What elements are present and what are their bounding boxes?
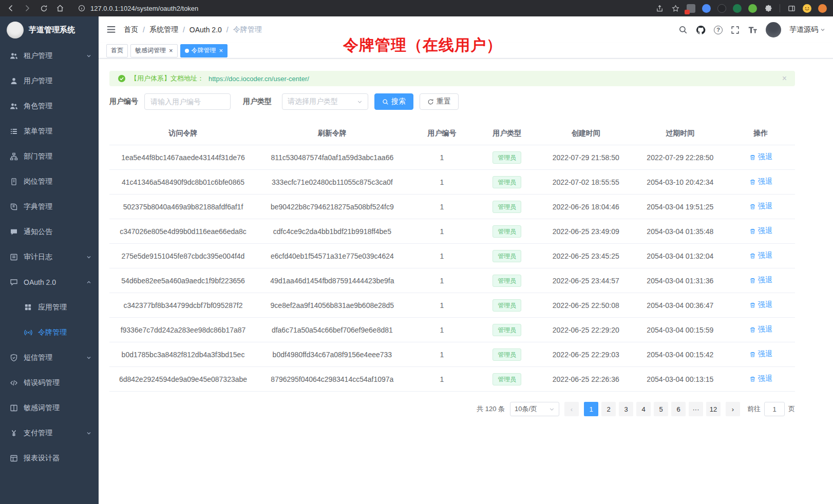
- page-button-3[interactable]: 3: [619, 402, 633, 416]
- next-page-button[interactable]: ›: [726, 402, 740, 416]
- token-table: 访问令牌刷新令牌用户编号用户类型创建时间过期时间操作 1ea5e44f8bc14…: [109, 122, 795, 392]
- close-icon[interactable]: ×: [219, 47, 223, 54]
- collapse-menu-icon[interactable]: [106, 25, 117, 35]
- goto-page-input[interactable]: [764, 402, 785, 416]
- table-row: c347026e805e4d99b0d116eae66eda8ccdfc4ce9…: [109, 219, 795, 244]
- sidebar-item-tenant[interactable]: 租户管理: [0, 43, 99, 68]
- tab-token[interactable]: 令牌管理×: [180, 44, 228, 57]
- page-size-select[interactable]: 10条/页: [510, 402, 559, 416]
- force-logout-button[interactable]: 强退: [749, 276, 772, 285]
- sidebar-item-post[interactable]: 岗位管理: [0, 169, 99, 194]
- page-button-6[interactable]: 6: [671, 402, 686, 416]
- pagination: 共 120 条 10条/页 ‹ 123456···12 › 前往 页: [109, 402, 795, 416]
- browser-menu-icon[interactable]: [818, 4, 827, 13]
- browser-back-icon[interactable]: [6, 4, 15, 13]
- bubble-icon: [10, 228, 18, 236]
- profile-avatar-icon[interactable]: [803, 4, 811, 13]
- breadcrumb-item: 令牌管理: [233, 25, 262, 34]
- pagination-more-button[interactable]: ···: [689, 402, 703, 416]
- sidebar-item-sms[interactable]: 短信管理: [0, 345, 99, 370]
- sidebar-item-oauth2-token[interactable]: 令牌管理: [0, 320, 99, 345]
- force-logout-button[interactable]: 强退: [749, 177, 772, 186]
- sidebar-item-oauth2-app[interactable]: 应用管理: [0, 295, 99, 320]
- page-content: 【用户体系】文档地址： https://doc.iocoder.cn/user-…: [99, 59, 833, 416]
- close-icon[interactable]: ×: [169, 47, 173, 54]
- sidebar-item-role[interactable]: 角色管理: [0, 93, 99, 119]
- cell-create-time: 2022-06-25 23:49:09: [538, 219, 634, 244]
- goto-unit: 页: [788, 404, 795, 414]
- user-menu[interactable]: 芋道源码: [789, 25, 825, 34]
- sidebar-item-menu[interactable]: 菜单管理: [0, 119, 99, 144]
- cell-refresh-token: 333ecfc71e02480cb11055c875c3ca0f: [257, 170, 408, 195]
- sidebar-item-pay[interactable]: 支付管理: [0, 420, 99, 445]
- page-button-2[interactable]: 2: [601, 402, 616, 416]
- force-logout-button[interactable]: 强退: [749, 202, 772, 211]
- sidebar-item-sensitive-word[interactable]: 敏感词管理: [0, 395, 99, 420]
- sidebar-item-dept[interactable]: 部门管理: [0, 144, 99, 169]
- search-icon[interactable]: [678, 25, 688, 34]
- user-id-input[interactable]: [144, 93, 231, 110]
- force-logout-button[interactable]: 强退: [749, 350, 772, 359]
- browser-forward-icon[interactable]: [23, 4, 32, 13]
- sidebar-item-report-designer[interactable]: 报表设计器: [0, 445, 99, 471]
- force-logout-button[interactable]: 强退: [749, 226, 772, 236]
- code-icon: [10, 379, 18, 387]
- sidebar-item-dict[interactable]: 字典管理: [0, 194, 99, 219]
- extension-icon[interactable]: [733, 4, 742, 13]
- address-bar[interactable]: 127.0.0.1:1024/system/oauth2/token: [77, 4, 198, 13]
- user-type-tag: 管理员: [493, 299, 521, 312]
- cell-refresh-token: e6cfd40eb1f54571a31e775e039c4624: [257, 244, 408, 268]
- force-logout-button[interactable]: 强退: [749, 374, 772, 383]
- cell-refresh-token: 8796295f04064c2983414cc54af1097a: [257, 367, 408, 392]
- chevron-down-icon: [549, 406, 555, 412]
- font-size-icon[interactable]: [748, 25, 758, 35]
- sidebar-item-audit-log[interactable]: 审计日志: [0, 244, 99, 269]
- page-button-1[interactable]: 1: [584, 402, 598, 416]
- search-button[interactable]: 搜索: [374, 93, 413, 110]
- github-icon[interactable]: [696, 25, 706, 35]
- alert-close-icon[interactable]: ×: [782, 74, 787, 83]
- tab-home[interactable]: 首页: [106, 44, 128, 57]
- help-icon[interactable]: ?: [714, 26, 723, 34]
- force-logout-button[interactable]: 强退: [749, 300, 772, 309]
- user-type-select[interactable]: 请选择用户类型: [282, 93, 368, 110]
- extension-icon[interactable]: [717, 4, 726, 13]
- user-avatar[interactable]: [766, 22, 781, 37]
- sidebar-item-error-code[interactable]: 错误码管理: [0, 370, 99, 395]
- logo-avatar: [7, 22, 24, 38]
- breadcrumb-item[interactable]: 首页: [124, 25, 138, 34]
- breadcrumb-item[interactable]: 系统管理: [149, 25, 178, 34]
- force-logout-button[interactable]: 强退: [749, 251, 772, 260]
- extension-icon[interactable]: [748, 4, 757, 13]
- bookmark-star-icon[interactable]: [671, 4, 680, 13]
- breadcrumb-item[interactable]: OAuth 2.0: [190, 26, 222, 34]
- app-logo[interactable]: 芋道管理系统: [0, 16, 99, 43]
- doc-link[interactable]: https://doc.iocoder.cn/user-center/: [209, 75, 309, 83]
- reset-button[interactable]: 重置: [420, 93, 459, 110]
- sidebar-item-oauth2[interactable]: OAuth 2.0: [0, 269, 99, 295]
- user-type-placeholder: 请选择用户类型: [288, 97, 338, 106]
- extension-icon[interactable]: [702, 4, 711, 13]
- site-info-icon[interactable]: [77, 4, 86, 13]
- browser-home-icon[interactable]: [55, 4, 65, 13]
- page-button-5[interactable]: 5: [654, 402, 668, 416]
- prev-page-button[interactable]: ‹: [564, 402, 579, 416]
- force-logout-button[interactable]: 强退: [749, 152, 772, 162]
- cell-create-time: 2022-07-29 21:58:50: [538, 145, 634, 170]
- page-button-4[interactable]: 4: [636, 402, 651, 416]
- table-row: b0d1785bc3a8482f812db4a3f3bd15ecb0df4980…: [109, 342, 795, 367]
- fullscreen-icon[interactable]: [731, 26, 740, 34]
- cell-access-token: 41c41346a548490f9dc8b01c6bfe0865: [109, 170, 257, 195]
- browser-reload-icon[interactable]: [39, 4, 48, 13]
- users-icon: [10, 102, 18, 110]
- tab-sensitive-word[interactable]: 敏感词管理×: [130, 44, 178, 57]
- share-icon[interactable]: [655, 4, 664, 13]
- cell-refresh-token: b0df4980ffd34c67a08f9156e4eee733: [257, 342, 408, 367]
- force-logout-button[interactable]: 强退: [749, 325, 772, 334]
- page-button-12[interactable]: 12: [706, 402, 721, 416]
- extension-icon[interactable]: [687, 4, 695, 13]
- side-panel-icon[interactable]: [787, 4, 796, 13]
- extensions-puzzle-icon[interactable]: [764, 4, 773, 13]
- sidebar-item-notice[interactable]: 通知公告: [0, 219, 99, 244]
- sidebar-item-user[interactable]: 用户管理: [0, 68, 99, 93]
